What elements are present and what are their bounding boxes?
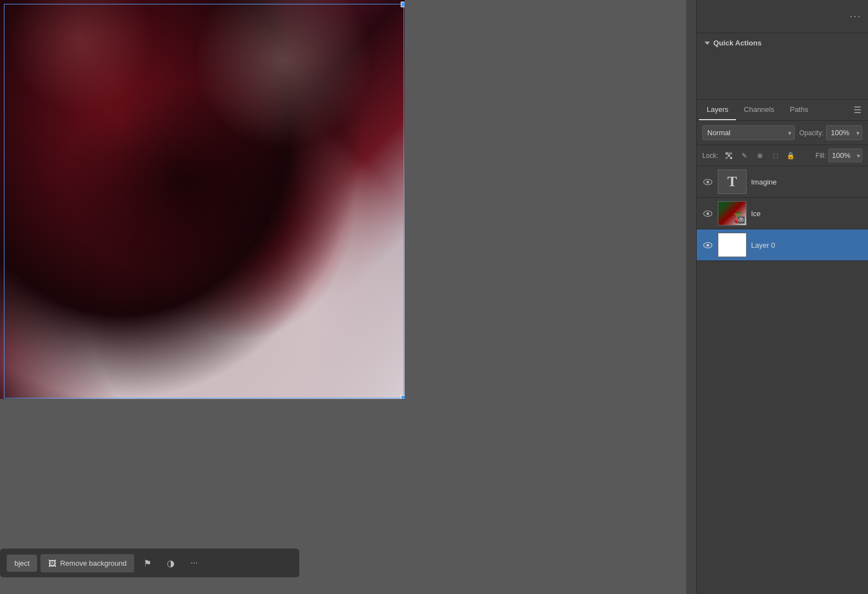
svg-rect-1 xyxy=(728,155,730,157)
chevron-down-icon[interactable] xyxy=(704,42,710,45)
svg-rect-4 xyxy=(730,157,732,159)
lock-icon: 🔒 xyxy=(787,152,795,160)
layer-thumbnail xyxy=(718,233,747,257)
svg-point-9 xyxy=(707,212,709,215)
layers-menu-button[interactable]: ☰ xyxy=(849,100,866,120)
blend-mode-select[interactable]: Normal Multiply Screen Overlay xyxy=(702,125,795,140)
remove-background-button[interactable]: 🖼 Remove background xyxy=(40,554,134,572)
tab-bar: Layers Channels Paths ☰ xyxy=(697,100,868,121)
more-options-icon: ··· xyxy=(191,558,198,568)
layer-name: Layer 0 xyxy=(751,241,862,249)
blend-mode-select-wrap[interactable]: Normal Multiply Screen Overlay xyxy=(702,125,795,140)
svg-rect-5 xyxy=(728,152,730,155)
selection-box xyxy=(4,4,404,398)
quick-actions-header: Quick Actions xyxy=(704,39,860,47)
blend-row: Normal Multiply Screen Overlay Opacity: … xyxy=(697,121,868,145)
fill-label: Fill: xyxy=(815,152,826,160)
canvas-area: bject 🖼 Remove background ⚑ ◑ ··· xyxy=(0,0,686,594)
layer-name: Imagine xyxy=(751,178,862,186)
layer-item[interactable]: T Imagine xyxy=(697,166,868,198)
svg-rect-0 xyxy=(726,152,728,155)
lock-transparency-icon[interactable] xyxy=(723,150,735,162)
artboard-icon: ⬚ xyxy=(773,152,778,159)
text-layer-icon: T xyxy=(727,173,737,190)
layer-list: T Imagine xyxy=(697,166,868,594)
svg-rect-3 xyxy=(726,157,728,159)
layer-item[interactable]: Ice xyxy=(697,198,868,229)
layer-thumbnail xyxy=(718,201,747,226)
mask-icon: ◑ xyxy=(167,558,175,569)
link-badge xyxy=(737,216,745,224)
layer-name: Ice xyxy=(751,209,862,218)
lock-position-icon[interactable]: ⊕ xyxy=(754,150,766,162)
remove-bg-icon: 🖼 xyxy=(48,559,57,568)
flag-icon: ⚑ xyxy=(144,558,151,569)
flag-icon-button[interactable]: ⚑ xyxy=(137,553,157,573)
eye-icon[interactable] xyxy=(702,176,713,187)
tab-layers[interactable]: Layers xyxy=(699,100,736,120)
handle-br[interactable] xyxy=(401,395,405,399)
tab-paths[interactable]: Paths xyxy=(782,100,816,120)
opacity-select[interactable]: 100% 75% 50% 25% xyxy=(826,125,862,140)
layer-item[interactable]: Layer 0 xyxy=(697,229,868,261)
center-divider xyxy=(686,0,696,594)
tab-channels[interactable]: Channels xyxy=(736,100,782,120)
bottom-toolbar: bject 🖼 Remove background ⚑ ◑ ··· xyxy=(0,549,299,577)
eye-icon[interactable] xyxy=(702,239,713,250)
opacity-wrap: Opacity: 100% 75% 50% 25% xyxy=(799,125,862,140)
right-panel: ··· Quick Actions Layers Channels Paths … xyxy=(696,0,868,594)
panel-ellipsis-button[interactable]: ··· xyxy=(850,11,861,22)
fill-select[interactable]: 100% 75% 50% xyxy=(828,148,862,162)
svg-rect-11 xyxy=(741,219,743,221)
remove-bg-label: Remove background xyxy=(60,559,126,567)
ellipsis-icon: ··· xyxy=(850,11,861,22)
canvas-image xyxy=(0,0,405,399)
lock-row: Lock: ✎ ⊕ ⬚ 🔒 xyxy=(697,145,868,166)
layers-section: Layers Channels Paths ☰ Normal Multiply … xyxy=(697,100,868,594)
opacity-label: Opacity: xyxy=(799,129,824,137)
fill-wrap: Fill: 100% 75% 50% xyxy=(815,148,862,162)
svg-rect-2 xyxy=(730,152,732,155)
pencil-icon: ✎ xyxy=(742,152,747,160)
lock-paint-icon[interactable]: ✎ xyxy=(738,150,750,162)
lock-artboard-icon[interactable]: ⬚ xyxy=(769,150,782,162)
more-options-button[interactable]: ··· xyxy=(184,553,204,573)
fill-value-wrap[interactable]: 100% 75% 50% xyxy=(828,148,862,162)
handle-tr[interactable] xyxy=(401,2,405,7)
layers-menu-icon: ☰ xyxy=(854,105,861,115)
panel-top: ··· xyxy=(697,0,868,33)
svg-rect-10 xyxy=(739,219,741,221)
mask-icon-button[interactable]: ◑ xyxy=(161,553,181,573)
svg-point-7 xyxy=(707,181,709,183)
quick-actions-title: Quick Actions xyxy=(713,39,762,47)
quick-actions-section: Quick Actions xyxy=(697,33,868,100)
svg-point-16 xyxy=(707,244,709,247)
eye-icon[interactable] xyxy=(702,208,713,219)
object-button[interactable]: bject xyxy=(7,555,37,572)
layer-thumbnail: T xyxy=(718,170,747,194)
opacity-value-wrap[interactable]: 100% 75% 50% 25% xyxy=(826,125,862,140)
lock-all-icon[interactable]: 🔒 xyxy=(785,150,797,162)
move-icon: ⊕ xyxy=(757,152,763,160)
lock-label: Lock: xyxy=(702,152,718,160)
object-label: bject xyxy=(14,559,29,567)
